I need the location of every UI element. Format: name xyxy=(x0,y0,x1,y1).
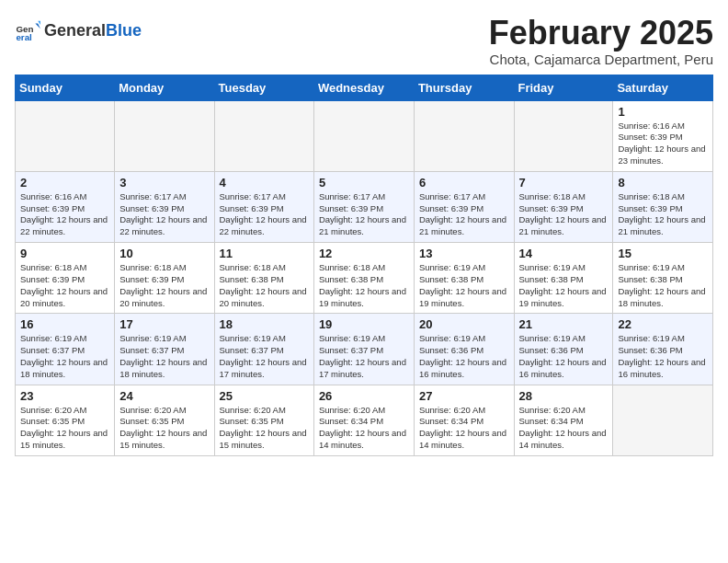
day-info: Sunrise: 6:19 AM Sunset: 6:38 PM Dayligh… xyxy=(519,262,609,309)
calendar-day-cell: 24Sunrise: 6:20 AM Sunset: 6:35 PM Dayli… xyxy=(115,385,214,455)
calendar-day-cell: 14Sunrise: 6:19 AM Sunset: 6:38 PM Dayli… xyxy=(514,243,613,314)
calendar-day-cell: 8Sunrise: 6:18 AM Sunset: 6:39 PM Daylig… xyxy=(613,171,713,242)
day-info: Sunrise: 6:18 AM Sunset: 6:39 PM Dayligh… xyxy=(20,262,109,309)
day-number: 5 xyxy=(319,176,409,190)
calendar-empty-cell xyxy=(613,385,713,455)
month-title: February 2025 xyxy=(489,15,713,52)
calendar-day-cell: 6Sunrise: 6:17 AM Sunset: 6:39 PM Daylig… xyxy=(414,171,514,242)
calendar-day-cell: 11Sunrise: 6:18 AM Sunset: 6:38 PM Dayli… xyxy=(214,243,313,314)
day-info: Sunrise: 6:19 AM Sunset: 6:38 PM Dayligh… xyxy=(618,262,708,309)
calendar-empty-cell xyxy=(115,100,214,171)
logo-blue: Blue xyxy=(106,21,142,40)
calendar-day-header: Tuesday xyxy=(214,75,313,100)
day-info: Sunrise: 6:20 AM Sunset: 6:35 PM Dayligh… xyxy=(220,405,309,452)
day-info: Sunrise: 6:18 AM Sunset: 6:39 PM Dayligh… xyxy=(519,191,609,238)
svg-marker-3 xyxy=(38,21,40,25)
calendar-week-row: 16Sunrise: 6:19 AM Sunset: 6:37 PM Dayli… xyxy=(16,314,713,385)
calendar-empty-cell xyxy=(214,100,313,171)
subtitle: Chota, Cajamarca Department, Peru xyxy=(489,52,713,67)
logo-general: General xyxy=(44,21,106,40)
day-info: Sunrise: 6:18 AM Sunset: 6:38 PM Dayligh… xyxy=(319,262,409,309)
day-info: Sunrise: 6:20 AM Sunset: 6:34 PM Dayligh… xyxy=(419,405,509,452)
logo-text: GeneralBlue xyxy=(44,22,142,40)
calendar-empty-cell xyxy=(16,100,115,171)
calendar-day-cell: 16Sunrise: 6:19 AM Sunset: 6:37 PM Dayli… xyxy=(16,314,115,385)
day-info: Sunrise: 6:17 AM Sunset: 6:39 PM Dayligh… xyxy=(220,191,309,238)
logo: Gen eral GeneralBlue xyxy=(15,18,142,44)
calendar-day-header: Monday xyxy=(115,75,214,100)
calendar-day-cell: 22Sunrise: 6:19 AM Sunset: 6:36 PM Dayli… xyxy=(613,314,713,385)
day-number: 19 xyxy=(319,317,409,331)
day-info: Sunrise: 6:16 AM Sunset: 6:39 PM Dayligh… xyxy=(618,121,708,167)
calendar-day-cell: 17Sunrise: 6:19 AM Sunset: 6:37 PM Dayli… xyxy=(115,314,214,385)
calendar-week-row: 2Sunrise: 6:16 AM Sunset: 6:39 PM Daylig… xyxy=(16,171,713,242)
svg-marker-2 xyxy=(35,24,40,29)
calendar-day-cell: 9Sunrise: 6:18 AM Sunset: 6:39 PM Daylig… xyxy=(16,243,115,314)
day-number: 6 xyxy=(419,176,509,190)
calendar-table: SundayMondayTuesdayWednesdayThursdayFrid… xyxy=(15,75,713,456)
calendar-empty-cell xyxy=(514,100,613,171)
day-info: Sunrise: 6:18 AM Sunset: 6:38 PM Dayligh… xyxy=(220,262,309,309)
day-number: 13 xyxy=(419,247,509,260)
day-info: Sunrise: 6:19 AM Sunset: 6:37 PM Dayligh… xyxy=(20,333,109,380)
day-number: 3 xyxy=(119,176,209,190)
page-header: Gen eral GeneralBlue February 2025 Chota… xyxy=(15,15,713,67)
calendar-day-cell: 3Sunrise: 6:17 AM Sunset: 6:39 PM Daylig… xyxy=(115,171,214,242)
day-number: 24 xyxy=(119,389,209,403)
day-info: Sunrise: 6:17 AM Sunset: 6:39 PM Dayligh… xyxy=(119,191,209,238)
day-info: Sunrise: 6:18 AM Sunset: 6:39 PM Dayligh… xyxy=(119,262,209,309)
calendar-day-cell: 23Sunrise: 6:20 AM Sunset: 6:35 PM Dayli… xyxy=(16,385,115,455)
day-info: Sunrise: 6:19 AM Sunset: 6:37 PM Dayligh… xyxy=(119,333,209,380)
day-number: 16 xyxy=(20,317,109,331)
calendar-day-header: Thursday xyxy=(414,75,514,100)
calendar-week-row: 9Sunrise: 6:18 AM Sunset: 6:39 PM Daylig… xyxy=(16,243,713,314)
calendar-empty-cell xyxy=(414,100,514,171)
day-info: Sunrise: 6:19 AM Sunset: 6:36 PM Dayligh… xyxy=(618,333,708,380)
day-number: 8 xyxy=(618,176,708,190)
title-block: February 2025 Chota, Cajamarca Departmen… xyxy=(489,15,713,67)
day-number: 4 xyxy=(220,176,309,190)
calendar-day-cell: 19Sunrise: 6:19 AM Sunset: 6:37 PM Dayli… xyxy=(313,314,414,385)
day-info: Sunrise: 6:19 AM Sunset: 6:37 PM Dayligh… xyxy=(319,333,409,380)
svg-text:eral: eral xyxy=(16,32,32,42)
logo-icon: Gen eral xyxy=(15,18,40,44)
calendar-day-cell: 4Sunrise: 6:17 AM Sunset: 6:39 PM Daylig… xyxy=(214,171,313,242)
day-info: Sunrise: 6:17 AM Sunset: 6:39 PM Dayligh… xyxy=(419,191,509,238)
calendar-day-cell: 7Sunrise: 6:18 AM Sunset: 6:39 PM Daylig… xyxy=(514,171,613,242)
day-number: 11 xyxy=(220,247,309,260)
day-info: Sunrise: 6:18 AM Sunset: 6:39 PM Dayligh… xyxy=(618,191,708,238)
day-info: Sunrise: 6:20 AM Sunset: 6:34 PM Dayligh… xyxy=(519,405,609,452)
day-info: Sunrise: 6:17 AM Sunset: 6:39 PM Dayligh… xyxy=(319,191,409,238)
day-info: Sunrise: 6:16 AM Sunset: 6:39 PM Dayligh… xyxy=(20,191,109,238)
day-number: 18 xyxy=(220,317,309,331)
day-number: 17 xyxy=(119,317,209,331)
day-number: 23 xyxy=(20,389,109,403)
calendar-day-cell: 10Sunrise: 6:18 AM Sunset: 6:39 PM Dayli… xyxy=(115,243,214,314)
calendar-day-cell: 5Sunrise: 6:17 AM Sunset: 6:39 PM Daylig… xyxy=(313,171,414,242)
calendar-header-row: SundayMondayTuesdayWednesdayThursdayFrid… xyxy=(16,75,713,100)
calendar-day-header: Sunday xyxy=(16,75,115,100)
calendar-day-cell: 28Sunrise: 6:20 AM Sunset: 6:34 PM Dayli… xyxy=(514,385,613,455)
calendar-week-row: 23Sunrise: 6:20 AM Sunset: 6:35 PM Dayli… xyxy=(16,385,713,455)
calendar-day-cell: 18Sunrise: 6:19 AM Sunset: 6:37 PM Dayli… xyxy=(214,314,313,385)
calendar-day-cell: 25Sunrise: 6:20 AM Sunset: 6:35 PM Dayli… xyxy=(214,385,313,455)
calendar-day-cell: 13Sunrise: 6:19 AM Sunset: 6:38 PM Dayli… xyxy=(414,243,514,314)
day-number: 1 xyxy=(618,105,708,119)
calendar-day-header: Wednesday xyxy=(313,75,414,100)
day-number: 21 xyxy=(519,317,609,331)
day-info: Sunrise: 6:20 AM Sunset: 6:34 PM Dayligh… xyxy=(319,405,409,452)
day-info: Sunrise: 6:19 AM Sunset: 6:36 PM Dayligh… xyxy=(419,333,509,380)
day-info: Sunrise: 6:19 AM Sunset: 6:37 PM Dayligh… xyxy=(220,333,309,380)
calendar-day-cell: 21Sunrise: 6:19 AM Sunset: 6:36 PM Dayli… xyxy=(514,314,613,385)
day-info: Sunrise: 6:20 AM Sunset: 6:35 PM Dayligh… xyxy=(119,405,209,452)
calendar-day-cell: 26Sunrise: 6:20 AM Sunset: 6:34 PM Dayli… xyxy=(313,385,414,455)
calendar-day-header: Saturday xyxy=(613,75,713,100)
day-number: 15 xyxy=(618,247,708,260)
day-number: 26 xyxy=(319,389,409,403)
day-number: 10 xyxy=(119,247,209,260)
day-number: 25 xyxy=(220,389,309,403)
calendar-day-cell: 12Sunrise: 6:18 AM Sunset: 6:38 PM Dayli… xyxy=(313,243,414,314)
calendar-day-cell: 2Sunrise: 6:16 AM Sunset: 6:39 PM Daylig… xyxy=(16,171,115,242)
day-number: 12 xyxy=(319,247,409,260)
day-info: Sunrise: 6:20 AM Sunset: 6:35 PM Dayligh… xyxy=(20,405,109,452)
